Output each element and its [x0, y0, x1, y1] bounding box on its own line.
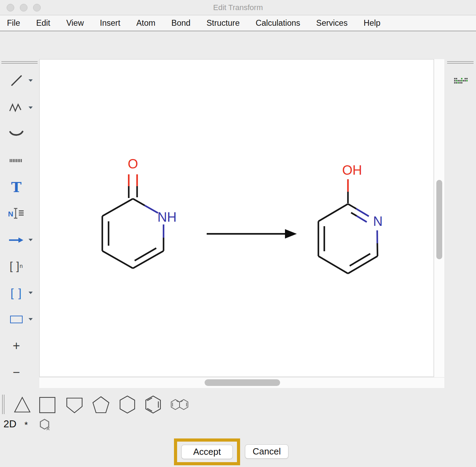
- c3-c2-bond[interactable]: [102, 199, 133, 216]
- nh-atom-label[interactable]: NH: [158, 210, 177, 224]
- menu-calculations[interactable]: Calculations: [256, 18, 300, 28]
- horizontal-scrollbar[interactable]: [39, 377, 444, 388]
- template-cyclopentane-icon[interactable]: [91, 395, 111, 414]
- title-bar: Edit Transform: [0, 0, 476, 15]
- repeat-group-bracket-tool[interactable]: [ ]n: [6, 257, 26, 275]
- palette-drag-handle[interactable]: [447, 61, 474, 62]
- template-toolbar: [0, 393, 476, 416]
- arrow-tool-dropdown[interactable]: [29, 239, 33, 241]
- menu-services[interactable]: Services: [316, 18, 348, 28]
- element-palette: H C N O S F P Cl Br I: [444, 58, 476, 393]
- template-cyclohexane-icon[interactable]: [118, 395, 137, 414]
- zoom-window-button[interactable]: [33, 4, 41, 11]
- minimize-window-button[interactable]: [20, 4, 27, 11]
- rectangle-tool-dropdown[interactable]: [29, 318, 33, 320]
- menu-insert[interactable]: Insert: [100, 18, 120, 28]
- arc-tool[interactable]: [6, 125, 26, 143]
- menu-help[interactable]: Help: [364, 18, 380, 28]
- cancel-button[interactable]: Cancel: [245, 444, 288, 459]
- menu-edit[interactable]: Edit: [36, 18, 50, 28]
- molecule-2-pyridone[interactable]: O NH: [102, 157, 176, 268]
- reaction-arrow-tool[interactable]: [6, 231, 26, 249]
- svg-text:N: N: [8, 210, 13, 218]
- bracket-tool[interactable]: [ ]: [6, 284, 26, 302]
- increase-charge-tool[interactable]: +: [6, 337, 26, 355]
- template-cyclobutane-icon[interactable]: [38, 395, 57, 414]
- c3-c2-bond[interactable]: [318, 204, 348, 221]
- menu-bond[interactable]: Bond: [172, 18, 191, 28]
- palette-drag-handle[interactable]: [1, 61, 38, 62]
- menu-file[interactable]: File: [7, 18, 20, 28]
- template-naphthalene-icon[interactable]: [169, 395, 191, 414]
- rectangle-tool[interactable]: [6, 310, 26, 329]
- molecule-2-hydroxypyridine[interactable]: OH N: [318, 163, 383, 274]
- c2-n-bond[interactable]: [133, 199, 145, 206]
- menu-bar: File Edit View Insert Atom Bond Structur…: [0, 15, 476, 31]
- vertical-scrollbar[interactable]: [434, 59, 444, 377]
- palette-drag-handle[interactable]: [1, 63, 38, 64]
- template-cyclopentane-envelope-icon[interactable]: [65, 395, 84, 414]
- horizontal-scrollbar-thumb[interactable]: [205, 379, 280, 386]
- palette-drag-handle[interactable]: [447, 63, 474, 64]
- chain-tool[interactable]: [6, 99, 26, 117]
- multiple-bond-tool[interactable]: [6, 151, 26, 169]
- hexagon-x-icon: [39, 418, 51, 432]
- hydroxyl-atom-label[interactable]: OH: [342, 163, 362, 177]
- oxygen-atom-label[interactable]: O: [128, 157, 138, 171]
- c5-c4-bond[interactable]: [318, 256, 348, 274]
- left-tool-palette: T N [ ]n [ ] + −: [0, 58, 39, 393]
- accept-highlight-box: Accept: [174, 438, 240, 465]
- menu-atom[interactable]: Atom: [136, 18, 156, 28]
- text-tool[interactable]: T: [6, 178, 26, 196]
- nitrogen-atom-label[interactable]: N: [373, 214, 382, 229]
- bracket-tool-dropdown[interactable]: [29, 292, 33, 294]
- single-bond-tool[interactable]: [6, 72, 26, 90]
- atom-label-tool[interactable]: N: [6, 204, 26, 222]
- vertical-scrollbar-thumb[interactable]: [436, 180, 442, 259]
- accept-button[interactable]: Accept: [181, 445, 233, 459]
- decrease-charge-tool[interactable]: −: [6, 363, 26, 381]
- menu-structure[interactable]: Structure: [206, 18, 239, 28]
- template-cyclopropane-icon[interactable]: [13, 395, 32, 414]
- c5-c4-bond[interactable]: [102, 251, 133, 268]
- chain-tool-dropdown[interactable]: [29, 106, 33, 109]
- window-title: Edit Transform: [0, 0, 476, 15]
- dimension-mode-label: 2D: [3, 418, 16, 430]
- periodic-table-icon[interactable]: [453, 77, 469, 87]
- any-atom-label: *: [24, 420, 28, 430]
- palette-drag-handle[interactable]: [2, 395, 3, 414]
- palette-drag-handle[interactable]: [4, 395, 5, 414]
- reaction-drawing: O NH: [40, 60, 434, 377]
- reaction-arrow[interactable]: [207, 229, 297, 239]
- main-toolbar: 100% ?: [0, 31, 476, 58]
- c2-n-double-bond[interactable]: [348, 204, 356, 209]
- bracket-subscript: n: [19, 263, 23, 269]
- drawing-canvas[interactable]: O NH: [39, 59, 434, 377]
- close-window-button[interactable]: [7, 4, 14, 11]
- menu-view[interactable]: View: [66, 18, 84, 28]
- bond-tool-dropdown[interactable]: [29, 79, 33, 82]
- template-benzene-icon[interactable]: [143, 395, 163, 414]
